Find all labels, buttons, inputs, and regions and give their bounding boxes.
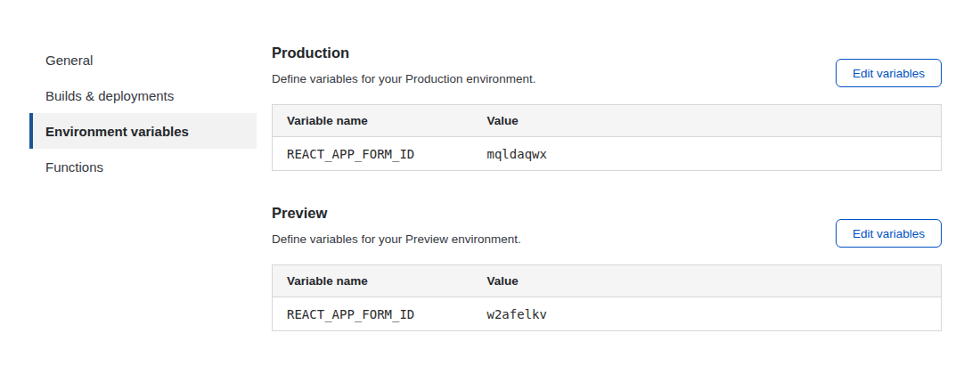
table-header-row: Variable name Value — [273, 105, 942, 137]
preview-variables-table: Variable name Value REACT_APP_FORM_ID w2… — [272, 264, 942, 331]
column-header-value: Value — [473, 265, 942, 297]
sidebar-item-label: Environment variables — [45, 124, 189, 139]
table-row: REACT_APP_FORM_ID w2afelkv — [273, 297, 942, 331]
preview-section: Preview Define variables for your Previe… — [272, 205, 942, 331]
sidebar-item-environment-variables[interactable]: Environment variables — [29, 113, 257, 149]
production-variables-table: Variable name Value REACT_APP_FORM_ID mq… — [272, 104, 942, 171]
table-row: REACT_APP_FORM_ID mqldaqwx — [273, 137, 942, 171]
column-header-value: Value — [473, 105, 942, 137]
sidebar-item-label: Functions — [45, 159, 103, 175]
variable-value-cell: mqldaqwx — [473, 137, 942, 171]
production-section: Production Define variables for your Pro… — [272, 45, 942, 171]
edit-variables-button-production[interactable]: Edit variables — [836, 59, 942, 87]
settings-sidebar: General Builds & deployments Environment… — [29, 42, 257, 184]
table-header-row: Variable name Value — [273, 265, 942, 297]
variable-value-cell: w2afelkv — [473, 297, 942, 331]
variable-name-cell: REACT_APP_FORM_ID — [273, 297, 473, 331]
sidebar-item-label: Builds & deployments — [45, 88, 174, 103]
edit-variables-button-preview[interactable]: Edit variables — [836, 219, 942, 248]
column-header-variable-name: Variable name — [273, 265, 473, 297]
sidebar-item-label: General — [45, 53, 93, 68]
column-header-variable-name: Variable name — [273, 105, 473, 137]
sidebar-item-functions[interactable]: Functions — [29, 149, 257, 184]
environment-variables-content: Production Define variables for your Pro… — [272, 0, 942, 331]
sidebar-item-general[interactable]: General — [29, 42, 257, 77]
sidebar-item-builds-deployments[interactable]: Builds & deployments — [29, 77, 257, 113]
settings-page: General Builds & deployments Environment… — [0, 0, 980, 374]
variable-name-cell: REACT_APP_FORM_ID — [273, 137, 473, 171]
